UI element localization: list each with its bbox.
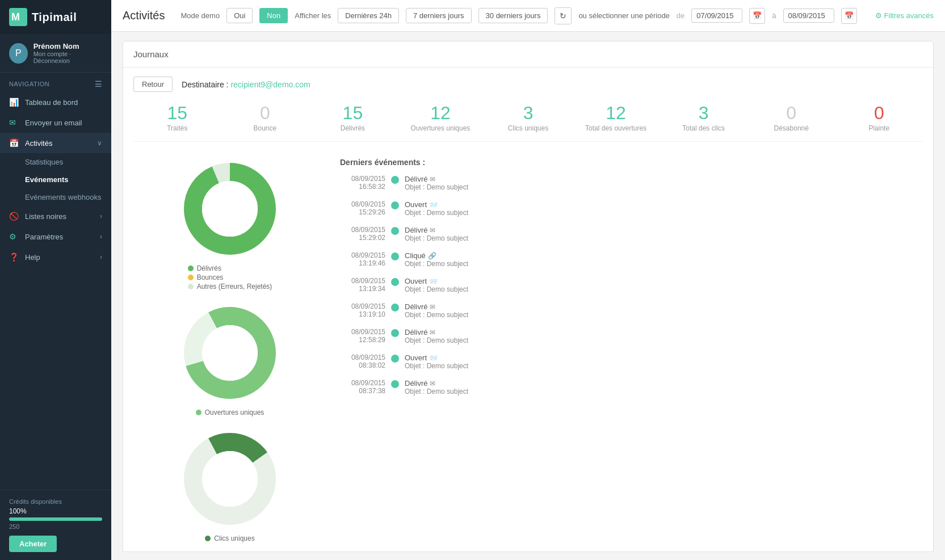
svg-point-4 [202,181,258,237]
legend-dot [196,410,201,415]
credits-label: Crédits disponibles [9,498,102,505]
event-subject: Objet : Demo subject [405,336,468,344]
legend-item-clics: Clics uniques [205,534,254,542]
sidebar-subitem-statistiques[interactable]: Statistiques [0,153,111,171]
event-type: Ouvert 📨 [405,353,468,362]
stat-number: 12 [397,103,485,123]
nav-menu-icon[interactable]: ☰ [95,79,102,89]
event-row: 08/09/201513:19:10 Délivré ✉ Objet : Dem… [340,302,923,319]
event-subject: Objet : Demo subject [405,209,468,217]
legend-item-ouvertures: Ouvertures uniques [196,409,264,416]
stat-number: 0 [835,103,923,123]
a-label: à [772,11,776,20]
nav-label: Navigation [9,81,49,87]
sidebar-item-label: Tableau de bord [25,98,102,107]
destinataire-label: Destinataire : [182,80,228,89]
btn-24h[interactable]: Dernières 24h [338,8,399,23]
event-type: Délivré ✉ [405,379,468,388]
event-dot [391,329,399,337]
legend-label: Autres (Erreurs, Rejetés) [197,283,272,290]
legend-dot [188,275,194,280]
btn-30j[interactable]: 30 derniers jours [478,8,548,23]
logo-text: Tipimail [32,11,77,24]
stat-number: 0 [221,103,309,123]
event-info: Ouvert 📨 Objet : Demo subject [405,353,468,370]
legend-item-bounces: Bounces [188,273,224,281]
sidebar-logo: M Tipimail [0,0,111,34]
date-to-input[interactable] [783,9,834,23]
refresh-button[interactable]: ↻ [555,7,572,24]
sidebar-item-help[interactable]: ❓ Help › [0,247,111,267]
event-date: 08/09/201515:29:02 [340,226,385,242]
sidebar-item-listes-noires[interactable]: 🚫 Listes noires › [0,206,111,226]
sidebar-item-label: Help [25,253,94,262]
sidebar-item-label: Listes noires [25,212,94,221]
event-date: 08/09/201513:19:34 [340,277,385,293]
content-area: Journaux Retour Destinataire : recipient… [111,32,945,560]
stat-number: 15 [133,103,221,123]
legend-label: Délivrés [197,264,221,272]
stat-number: 3 [484,103,572,123]
nav-header: Navigation ☰ [0,73,111,92]
help-icon: ❓ [9,252,19,262]
credits-number: 250 [9,523,102,530]
sidebar-item-tableau-de-bord[interactable]: 📊 Tableau de bord [0,92,111,112]
open-icon: 📨 [429,277,438,285]
date-from-input[interactable] [691,9,742,23]
advanced-filter-link[interactable]: ⚙ Filtres avancés [875,11,934,20]
btn-non[interactable]: Non [259,8,288,23]
event-date: 08/09/201513:19:10 [340,302,385,318]
event-subject: Objet : Demo subject [405,388,468,395]
event-dot [391,278,399,286]
legend-dot [188,266,194,271]
sidebar-item-activites[interactable]: 📅 Activités ∨ [0,133,111,153]
topbar: Activités Mode demo Oui Non Afficher les… [111,0,945,32]
stat-label: Bounce [221,124,309,132]
btn-oui[interactable]: Oui [226,8,253,23]
event-info: Délivré ✉ Objet : Demo subject [405,175,468,191]
event-row: 08/09/201513:19:46 Cliqué 🔗 Objet : Demo… [340,251,923,268]
event-type: Délivré ✉ [405,302,468,311]
calendar-to-button[interactable]: 📅 [841,8,857,24]
events-column: Derniers événements : 08/09/201516:58:32… [340,158,923,542]
event-info: Cliqué 🔗 Objet : Demo subject [405,251,468,268]
buy-button[interactable]: Acheter [9,536,57,552]
ou-selectionner-label: ou sélectionner une période [578,11,669,20]
event-dot [391,201,399,209]
chevron-right-icon: › [100,233,102,241]
stat-ouvertures-uniques: 12 Ouvertures uniques [397,103,485,132]
stat-number: 3 [660,103,747,123]
event-type: Délivré ✉ [405,226,468,234]
events-header: Derniers événements : [340,158,923,167]
sidebar-item-parametres[interactable]: ⚙ Paramètres › [0,226,111,247]
stat-delivres: 15 Délivrés [309,103,397,132]
credits-pct: 100% [9,507,102,515]
calendar-from-button[interactable]: 📅 [749,8,765,24]
journaux-card: Journaux Retour Destinataire : recipient… [123,41,934,552]
mail-icon: ✉ [430,303,435,311]
charts-events-area: Délivrés Bounces Autres (Erreurs, Rejeté… [133,158,923,542]
event-row: 08/09/201508:37:38 Délivré ✉ Objet : Dem… [340,379,923,395]
stat-plainte: 0 Plainte [835,103,923,132]
user-profile[interactable]: P Prénom Nom Mon compte · Déconnexion [0,34,111,73]
event-info: Ouvert 📨 Objet : Demo subject [405,200,468,217]
stat-label: Plainte [835,124,923,132]
chart2-legend: Ouvertures uniques [196,409,264,416]
section-title: Journaux [123,41,933,68]
btn-7j[interactable]: 7 derniers jours [406,8,472,23]
mail-icon: ✉ [430,329,435,336]
event-row: 08/09/201516:58:32 Délivré ✉ Objet : Dem… [340,175,923,191]
user-links[interactable]: Mon compte · Déconnexion [33,50,102,64]
event-info: Délivré ✉ Objet : Demo subject [405,226,468,242]
sidebar: M Tipimail P Prénom Nom Mon compte · Déc… [0,0,111,560]
event-dot [391,252,399,260]
sidebar-subitem-evenements-webhooks[interactable]: Evénements webhooks [0,188,111,206]
sidebar-subitem-evenements[interactable]: Evénements [0,171,111,188]
back-button[interactable]: Retour [133,77,173,92]
mail-icon: ✉ [430,175,435,183]
legend-label: Ouvertures uniques [205,409,264,416]
sidebar-item-envoyer-email[interactable]: ✉ Envoyer un email [0,112,111,133]
mode-demo-label: Mode demo [180,11,220,20]
svg-text:M: M [11,11,20,23]
event-info: Délivré ✉ Objet : Demo subject [405,379,468,395]
